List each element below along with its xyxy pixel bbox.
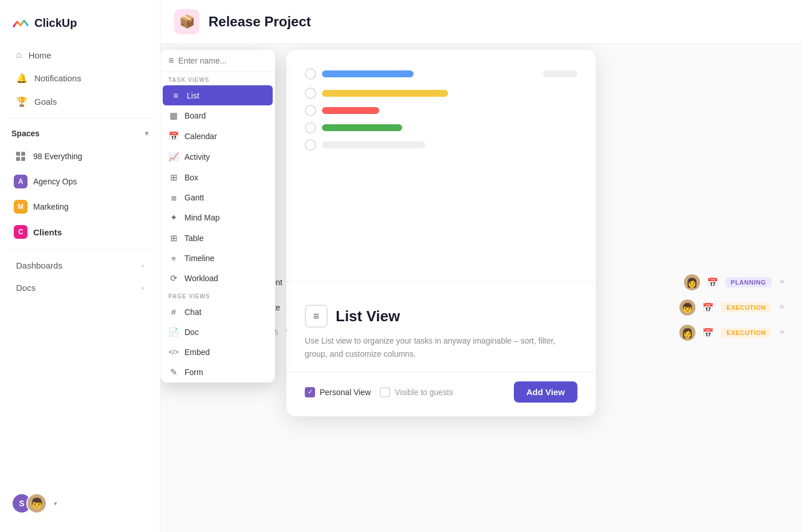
preview-footer: ✓ Personal View Visible to guests Add Vi… [286,372,596,416]
svg-rect-0 [16,152,20,156]
agency-ops-badge: A [14,175,27,188]
sidebar-item-docs[interactable]: Docs › [5,277,155,298]
personal-view-checkbox[interactable]: ✓ [305,387,315,397]
avatar-pic-inner: 👦 [27,494,46,513]
view-name-input[interactable] [178,56,267,65]
trophy-icon: 🏆 [16,96,27,107]
view-item-board-label: Board [184,111,206,120]
chevron-down-icon: ▾ [145,129,148,137]
visible-guests-checkbox[interactable] [380,387,390,397]
avatar-group: S 👦 [11,493,47,514]
mind-map-icon: ✦ [168,212,179,223]
divider-2 [9,249,151,250]
view-dropdown: ≡ TASK VIEWS ≡ List ▦ Board 📅 Calendar 📈… [160,50,275,383]
phase-badge: PLANNING [725,277,772,287]
sidebar-item-notifications-label: Notifications [34,73,81,83]
view-item-form-label: Form [184,368,203,377]
project-title: Release Project [209,14,311,30]
docs-label: Docs [16,283,36,293]
footer-chevron-icon[interactable]: ▾ [54,500,57,507]
view-item-doc[interactable]: 📄 Doc [160,322,275,342]
workload-icon: ⟳ [168,273,179,283]
gantt-icon: ≣ [168,194,179,202]
view-item-gantt-label: Gantt [184,193,204,202]
preview-line [322,141,425,148]
view-item-workload-label: Workload [184,274,218,283]
view-item-chat[interactable]: # Chat [160,302,275,322]
preview-circle [305,122,316,133]
view-item-table[interactable]: ⊞ Table [160,228,275,249]
list-view-description: Use List view to organize your tasks in … [286,328,596,372]
view-item-embed-label: Embed [184,348,210,357]
sidebar-item-home[interactable]: ⌂ Home [5,44,155,66]
chevron-right-icon: › [141,262,144,270]
main-header: 📦 Release Project [160,0,802,44]
view-item-doc-label: Doc [184,328,199,337]
calendar-icon: 📅 [702,328,714,338]
sidebar-item-notifications[interactable]: 🔔 Notifications [5,67,155,89]
preview-line [322,107,379,114]
view-item-form[interactable]: ✎ Form [160,362,275,383]
divider [9,118,151,119]
visible-guests-check[interactable]: Visible to guests [380,387,453,397]
view-item-embed[interactable]: </> Embed [160,342,275,362]
sidebar-footer: S 👦 ▾ [0,484,160,523]
everything-icon [14,149,27,163]
dashboards-label: Dashboards [16,261,62,270]
personal-view-check[interactable]: ✓ Personal View [305,387,371,397]
activity-icon: 📈 [168,152,179,162]
everything-label: 98 Everything [33,152,82,161]
preview-circle [305,105,316,116]
view-search-box: ≡ [160,50,275,72]
sidebar-item-goals[interactable]: 🏆 Goals [5,90,155,113]
logo-area[interactable]: ClickUp [0,9,160,44]
add-view-button[interactable]: Add View [514,381,577,403]
view-item-board[interactable]: ▦ Board [160,105,275,126]
phase-badge: EXECUTION [721,302,772,313]
sidebar-item-marketing[interactable]: M Marketing [2,195,158,219]
sidebar-item-agency-ops[interactable]: A Agency Ops [2,170,158,194]
clients-label: Clients [33,227,62,237]
clickup-logo-icon [11,14,30,32]
doc-icon: 📄 [168,327,179,337]
avatar-pic: 👦 [26,493,47,514]
list-icon-small: ≡ [168,56,174,66]
svg-rect-2 [16,157,20,161]
view-item-timeline[interactable]: ≡ Timeline [160,249,275,268]
sidebar: ClickUp ⌂ Home 🔔 Notifications 🏆 Goals S… [0,0,160,532]
preview-line [322,124,402,131]
embed-icon: </> [168,348,179,356]
marketing-badge: M [14,200,27,214]
calendar-icon: 📅 [707,277,718,288]
flag-icon: ⚑ [779,328,786,337]
view-item-activity-label: Activity [184,152,210,161]
spaces-toggle[interactable]: Spaces ▾ [0,123,160,144]
view-item-mind-map[interactable]: ✦ Mind Map [160,207,275,228]
timeline-icon: ≡ [168,254,179,263]
preview-divider [286,281,596,282]
view-item-calendar[interactable]: 📅 Calendar [160,126,275,147]
view-item-box[interactable]: ⊞ Box [160,167,275,188]
preview-circle-right [543,70,577,77]
project-icon: 📦 [174,9,199,34]
list-view-icon-box: ≡ [305,305,328,328]
view-item-workload[interactable]: ⟳ Workload [160,268,275,289]
view-item-list[interactable]: ≡ List [163,85,273,105]
svg-rect-3 [21,157,25,161]
home-icon: ⌂ [16,50,22,60]
agency-ops-label: Agency Ops [33,177,77,186]
view-item-timeline-label: Timeline [184,254,214,263]
sidebar-item-clients[interactable]: C Clients [2,220,158,244]
preview-circle [305,139,316,151]
logo-text: ClickUp [34,17,77,30]
sidebar-item-goals-label: Goals [34,97,57,107]
view-item-activity[interactable]: 📈 Activity [160,147,275,167]
preview-line [322,70,414,77]
svg-rect-1 [21,152,25,156]
sidebar-item-dashboards[interactable]: Dashboards › [5,255,155,276]
preview-lines [305,68,577,151]
view-item-list-label: List [187,91,199,100]
view-item-gantt[interactable]: ≣ Gantt [160,188,275,207]
sidebar-item-everything[interactable]: 98 Everything [2,144,158,168]
flag-icon: ⚑ [779,303,786,312]
